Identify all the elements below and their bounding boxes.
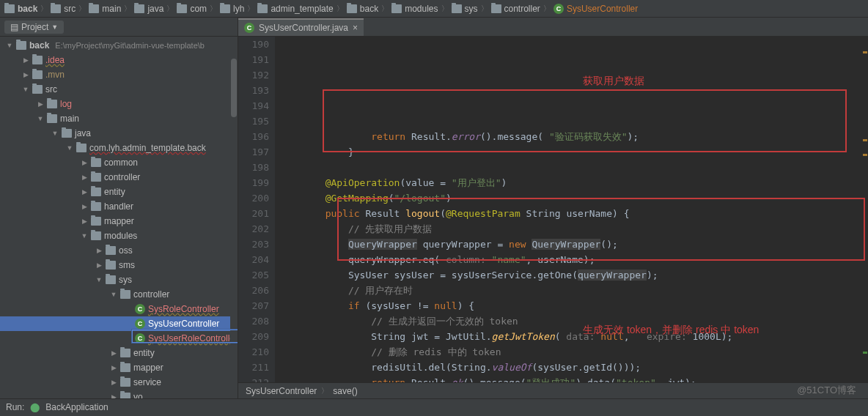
class-icon: C bbox=[553, 4, 564, 14]
folder-icon bbox=[120, 349, 130, 357]
folder-icon bbox=[120, 290, 130, 299]
scrollbar[interactable] bbox=[230, 37, 238, 398]
tree-item[interactable]: ▶.idea bbox=[0, 53, 238, 67]
tree-item[interactable]: ▶.mvn bbox=[0, 67, 238, 82]
scrollbar-thumb[interactable] bbox=[231, 59, 237, 117]
annotation-text: 生成无效 token，并删除 redis 中 token bbox=[583, 322, 759, 338]
folder-icon bbox=[76, 144, 87, 152]
project-tree[interactable]: ▼ backE:\myProject\myGit\admin-vue-templ… bbox=[0, 37, 238, 398]
tree-item[interactable]: ▶handler bbox=[0, 199, 238, 214]
folder-icon bbox=[47, 114, 57, 123]
marker-bar[interactable] bbox=[861, 37, 868, 382]
run-config[interactable]: BackApplication bbox=[45, 402, 108, 412]
folder-icon bbox=[47, 100, 57, 108]
breadcrumbs: back〉 src〉 main〉 java〉 com〉 lyh〉 admin_t… bbox=[0, 0, 868, 18]
tree-item[interactable]: ▶mapper bbox=[0, 360, 238, 375]
folder-icon bbox=[32, 56, 43, 64]
sidebar-header: ▤ Project ▼ bbox=[0, 18, 238, 37]
folder-icon bbox=[177, 4, 187, 13]
tree-item[interactable]: ▶vo bbox=[0, 390, 238, 398]
tree-item[interactable]: ▶controller bbox=[0, 170, 238, 185]
folder-icon bbox=[120, 378, 130, 387]
folder-icon bbox=[106, 261, 116, 270]
folder-icon bbox=[62, 129, 72, 138]
tree-item[interactable]: ▼sys bbox=[0, 272, 238, 287]
folder-icon bbox=[32, 85, 43, 94]
folder-icon bbox=[391, 4, 402, 13]
folder-icon bbox=[134, 4, 144, 13]
tree-root[interactable]: ▼ backE:\myProject\myGit\admin-vue-templ… bbox=[0, 38, 238, 53]
bc-item[interactable]: controller bbox=[491, 4, 540, 14]
gutter: 1901911921931941951961971981992002012022… bbox=[238, 37, 275, 382]
tree-item[interactable]: ▶oss bbox=[0, 243, 238, 258]
folder-icon bbox=[91, 173, 101, 182]
bc-item[interactable]: main bbox=[89, 4, 121, 14]
bc-item[interactable]: sys bbox=[452, 4, 478, 14]
tree-item[interactable]: CSysRoleController bbox=[0, 302, 238, 316]
class-icon: C bbox=[135, 319, 145, 329]
bc-item[interactable]: lyh bbox=[220, 4, 244, 14]
bc-item[interactable]: admin_template bbox=[257, 4, 333, 14]
tree-item[interactable]: ▶log bbox=[0, 97, 238, 111]
close-icon[interactable]: × bbox=[353, 23, 358, 33]
tree-item[interactable]: ▶common bbox=[0, 155, 238, 170]
chevron-down-icon: ▼ bbox=[51, 23, 58, 31]
folder-icon bbox=[220, 4, 230, 13]
bc-item[interactable]: com bbox=[177, 4, 207, 14]
folder-icon bbox=[106, 275, 116, 284]
bottom-bar: Run: ⬤ BackApplication bbox=[0, 398, 868, 415]
folder-icon bbox=[32, 70, 43, 79]
folder-icon bbox=[91, 202, 101, 211]
project-icon: ▤ bbox=[10, 22, 18, 32]
bc-item[interactable]: src bbox=[51, 4, 76, 14]
folder-icon bbox=[491, 4, 501, 13]
tree-item[interactable]: ▼java bbox=[0, 126, 238, 141]
folder-icon bbox=[91, 187, 101, 196]
folder-icon bbox=[257, 4, 268, 13]
folder-icon bbox=[452, 4, 462, 13]
class-icon: C bbox=[135, 333, 145, 343]
bc-item[interactable]: java bbox=[134, 4, 163, 14]
editor: C SysUserController.java × 1901911921931… bbox=[238, 18, 868, 398]
bc-item[interactable]: back bbox=[347, 4, 378, 14]
folder-icon bbox=[347, 4, 357, 13]
folder-icon bbox=[16, 41, 26, 50]
folder-icon bbox=[4, 4, 15, 13]
tree-item[interactable]: ▶sms bbox=[0, 258, 238, 272]
code-area[interactable]: 1901911921931941951961971981992002012022… bbox=[238, 37, 868, 382]
tree-item[interactable]: CSysUserRoleController bbox=[0, 331, 238, 346]
bc-item[interactable]: back bbox=[4, 4, 37, 14]
run-icon[interactable]: ⬤ bbox=[30, 402, 40, 412]
bc-item[interactable]: CSysUserController bbox=[553, 4, 638, 14]
tree-item[interactable]: ▶entity bbox=[0, 346, 238, 360]
tab-label: SysUserController.java bbox=[259, 23, 348, 33]
tree-item[interactable]: ▼src bbox=[0, 82, 238, 97]
editor-tabs: C SysUserController.java × bbox=[238, 18, 868, 37]
tree-item[interactable]: ▶entity bbox=[0, 185, 238, 199]
annotation-text: 获取用户数据 bbox=[583, 73, 644, 89]
tab-file[interactable]: C SysUserController.java × bbox=[238, 18, 364, 36]
class-icon: C bbox=[244, 23, 254, 33]
tree-item[interactable]: CSysUserController bbox=[0, 316, 238, 331]
project-sidebar: ▤ Project ▼ ▼ backE:\myProject\myGit\adm… bbox=[0, 18, 238, 398]
folder-icon bbox=[91, 217, 101, 226]
project-dropdown[interactable]: ▤ Project ▼ bbox=[4, 21, 64, 34]
tree-item[interactable]: ▶mapper bbox=[0, 214, 238, 229]
tree-item[interactable]: ▶service bbox=[0, 375, 238, 390]
tree-item[interactable]: ▼com.lyh.admin_template.back bbox=[0, 141, 238, 155]
watermark: @51CTO博客 bbox=[797, 384, 856, 397]
folder-icon bbox=[120, 363, 130, 372]
tree-item[interactable]: ▼main bbox=[0, 111, 238, 126]
class-icon: C bbox=[135, 304, 145, 314]
code-content[interactable]: 获取用户数据 生成无效 token，并删除 redis 中 token retu… bbox=[275, 37, 868, 382]
folder-icon bbox=[51, 4, 61, 13]
tree-item[interactable]: ▼modules bbox=[0, 229, 238, 243]
tree-item[interactable]: ▼controller bbox=[0, 287, 238, 302]
folder-icon bbox=[120, 393, 130, 398]
run-label: Run: bbox=[6, 402, 24, 412]
bc-item[interactable]: modules bbox=[391, 4, 438, 14]
folder-icon bbox=[91, 158, 101, 167]
editor-breadcrumb[interactable]: SysUserController〉save() bbox=[238, 382, 868, 398]
folder-icon bbox=[91, 231, 101, 240]
folder-icon bbox=[89, 4, 99, 13]
